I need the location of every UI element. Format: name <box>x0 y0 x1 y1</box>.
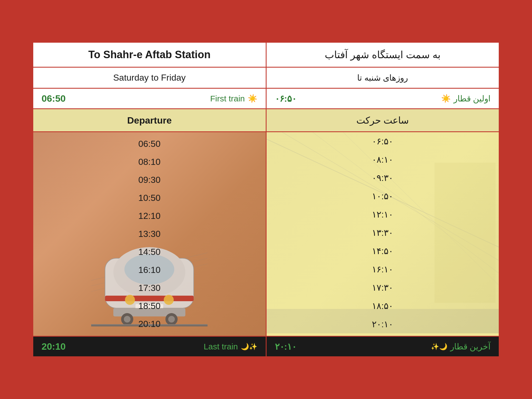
first-train-english: 06:50 First train ☀️ <box>33 88 266 109</box>
departure-time-persian-3: ۰۹:۳۰ <box>267 169 499 187</box>
departure-time-11: 20:10 <box>33 315 266 333</box>
departure-times-persian: ۰۶:۵۰ ۰۸:۱۰ ۰۹:۳۰ ۱۰:۵۰ ۱۲:۱۰ ۱۳:۳۰ ۱۴:۵… <box>267 132 499 333</box>
departure-time-persian-8: ۱۶:۱۰ <box>267 260 499 278</box>
days-persian: روزهای شنبه تا <box>266 67 499 88</box>
last-train-persian: آخرین قطار 🌙✨ ۲۰:۱۰ <box>266 336 499 357</box>
departure-time-1: 06:50 <box>33 135 266 153</box>
departure-time-persian-4: ۱۰:۵۰ <box>267 187 499 205</box>
departure-time-4: 10:50 <box>33 189 266 207</box>
first-train-persian: اولین قطار ☀️ ۰۶:۵۰ <box>266 88 499 109</box>
departure-time-persian-2: ۰۸:۱۰ <box>267 150 499 169</box>
departure-time-7: 14:50 <box>33 243 266 261</box>
last-train-time: 20:10 <box>42 341 66 352</box>
col-header-persian: ساعت حرکت <box>266 109 499 132</box>
first-train-label-persian: اولین قطار ☀️ <box>441 94 490 103</box>
departure-time-8: 16:10 <box>33 261 266 279</box>
first-train-time-persian: ۰۶:۵۰ <box>275 93 297 104</box>
departure-time-10: 18:50 <box>33 297 266 315</box>
departure-time-6: 13:30 <box>33 225 266 243</box>
last-train-label: Last train 🌙✨ <box>204 342 257 351</box>
departure-time-persian-11: ۲۰:۱۰ <box>267 315 499 333</box>
schedule-board: To Shahr-e Aftab Station به سمت ایستگاه … <box>30 40 502 359</box>
station-title-persian: به سمت ایستگاه شهر آفتاب <box>266 42 499 67</box>
sun-icon: ☀️ <box>248 94 257 103</box>
moon-icon-persian: 🌙✨ <box>431 343 447 351</box>
col-header-english: Departure <box>33 109 266 132</box>
departures-right-cell: ۰۶:۵۰ ۰۸:۱۰ ۰۹:۳۰ ۱۰:۵۰ ۱۲:۱۰ ۱۳:۳۰ ۱۴:۵… <box>266 132 499 336</box>
first-train-time: 06:50 <box>42 93 66 104</box>
departure-time-persian-7: ۱۴:۵۰ <box>267 242 499 260</box>
departure-time-persian-5: ۱۲:۱۰ <box>267 205 499 224</box>
departure-times-english: 06:50 08:10 09:30 10:50 12:10 13:30 14:5… <box>33 132 266 336</box>
departure-time-persian-10: ۱۸:۵۰ <box>267 297 499 315</box>
departure-time-9: 17:30 <box>33 279 266 297</box>
departure-time-2: 08:10 <box>33 153 266 171</box>
station-title-english: To Shahr-e Aftab Station <box>33 42 266 67</box>
departure-time-persian-6: ۱۳:۳۰ <box>267 224 499 242</box>
departure-time-persian-1: ۰۶:۵۰ <box>267 132 499 150</box>
days-english: Saturday to Friday <box>33 67 266 88</box>
departure-time-3: 09:30 <box>33 171 266 189</box>
last-train-english: 20:10 Last train 🌙✨ <box>33 336 266 357</box>
last-train-time-persian: ۲۰:۱۰ <box>275 341 297 352</box>
departure-time-persian-9: ۱۷:۳۰ <box>267 278 499 297</box>
departure-time-5: 12:10 <box>33 207 266 225</box>
last-train-label-persian: آخرین قطار 🌙✨ <box>431 342 490 351</box>
departures-left-cell: 06:50 08:10 09:30 10:50 12:10 13:30 14:5… <box>33 132 266 336</box>
moon-icon: 🌙✨ <box>241 343 257 351</box>
sun-icon-persian: ☀️ <box>441 94 451 103</box>
first-train-label: First train ☀️ <box>210 94 257 103</box>
